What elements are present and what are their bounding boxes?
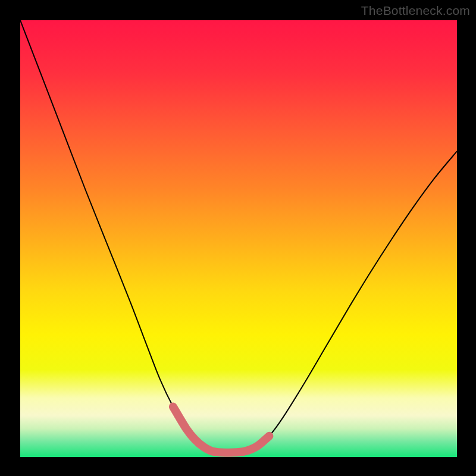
curve-layer [20, 20, 457, 457]
watermark-text: TheBottleneck.com [361, 4, 470, 18]
highlight-segment [173, 407, 269, 453]
chart-frame: TheBottleneck.com [0, 0, 476, 476]
bottleneck-curve [20, 20, 457, 453]
plot-area [20, 20, 457, 457]
